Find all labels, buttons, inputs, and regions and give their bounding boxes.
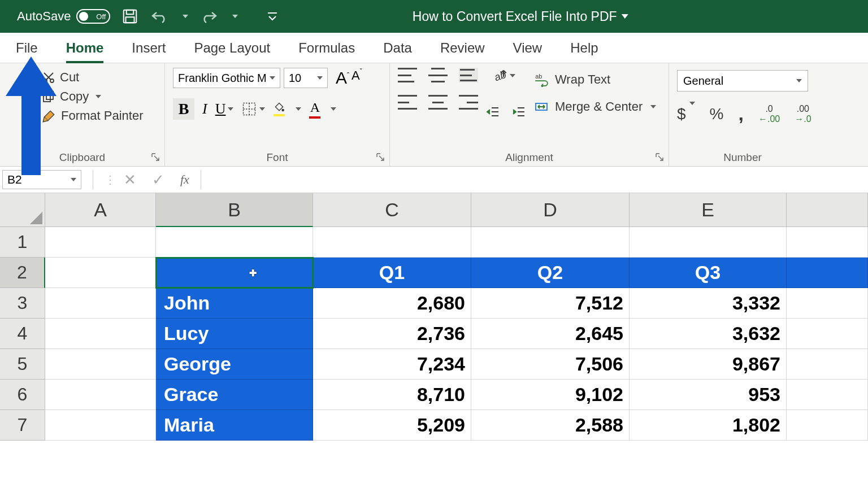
percent-format-button[interactable]: %	[710, 105, 724, 123]
copy-button[interactable]: Copy	[42, 89, 157, 104]
align-left-button[interactable]	[398, 95, 417, 110]
tab-view[interactable]: View	[513, 33, 542, 63]
cell[interactable]: 3,632	[630, 319, 787, 349]
increase-font-button[interactable]: Aˆ	[336, 68, 349, 88]
col-header-b[interactable]: B	[156, 193, 313, 227]
tab-page-layout[interactable]: Page Layout	[194, 33, 270, 63]
col-header-f[interactable]	[787, 193, 868, 227]
clipboard-dialog-launcher[interactable]	[151, 152, 161, 163]
align-center-button[interactable]	[428, 95, 448, 110]
col-header-d[interactable]: D	[471, 193, 630, 227]
cell[interactable]	[787, 319, 868, 349]
accounting-format-button[interactable]: $	[677, 105, 695, 123]
tab-formulas[interactable]: Formulas	[298, 33, 355, 63]
align-bottom-button[interactable]	[459, 68, 478, 82]
select-all-corner[interactable]	[0, 193, 45, 227]
cell[interactable]: 3,332	[630, 288, 787, 319]
cell[interactable]	[787, 227, 868, 258]
alignment-dialog-launcher[interactable]	[655, 152, 665, 163]
font-dialog-launcher[interactable]	[376, 152, 386, 163]
cell[interactable]: Maria	[156, 410, 313, 441]
undo-button[interactable]	[150, 9, 169, 24]
cell[interactable]: Q3	[630, 258, 787, 288]
cell[interactable]	[45, 410, 156, 441]
cut-button[interactable]: Cut	[42, 70, 157, 85]
tab-insert[interactable]: Insert	[132, 33, 166, 63]
cell[interactable]: 953	[630, 380, 787, 410]
align-right-button[interactable]	[459, 95, 478, 110]
insert-function-button[interactable]: fx	[180, 172, 189, 187]
col-header-c[interactable]: C	[313, 193, 471, 227]
format-painter-button[interactable]: Format Painter	[42, 108, 157, 123]
cell[interactable]: 1,802	[630, 410, 787, 441]
cell[interactable]	[45, 319, 156, 349]
cell[interactable]	[471, 227, 630, 258]
cell[interactable]	[787, 349, 868, 380]
merge-center-button[interactable]: Merge & Center	[533, 99, 661, 114]
cell[interactable]: Q2	[471, 258, 630, 288]
borders-button[interactable]	[241, 101, 265, 117]
cell[interactable]	[45, 227, 156, 258]
cancel-formula-button[interactable]: ✕	[124, 171, 136, 189]
fill-color-button[interactable]	[273, 102, 285, 116]
increase-indent-button[interactable]	[511, 105, 527, 121]
cell[interactable]	[630, 227, 787, 258]
decrease-font-button[interactable]: Aˇ	[351, 68, 362, 88]
align-top-button[interactable]	[398, 68, 417, 82]
cell[interactable]: 2,588	[471, 410, 630, 441]
customize-qat-icon[interactable]	[266, 10, 279, 23]
redo-dropdown-icon[interactable]	[232, 15, 238, 18]
font-color-button[interactable]: A	[309, 100, 320, 119]
decrease-indent-button[interactable]	[485, 105, 501, 121]
italic-button[interactable]: I	[202, 101, 207, 117]
cell[interactable]	[45, 349, 156, 380]
bold-button[interactable]: B	[173, 98, 194, 120]
cell[interactable]	[156, 227, 313, 258]
tab-review[interactable]: Review	[440, 33, 485, 63]
formula-input[interactable]	[201, 170, 868, 189]
cell-selected[interactable]: ✚	[156, 258, 313, 288]
save-icon[interactable]	[121, 8, 138, 25]
cell[interactable]: 9,867	[630, 349, 787, 380]
underline-button[interactable]: U	[215, 101, 234, 117]
cell[interactable]: Q1	[313, 258, 471, 288]
orientation-button[interactable]: ab	[492, 68, 515, 84]
cell[interactable]	[787, 258, 868, 288]
number-format-select[interactable]: General	[677, 70, 808, 91]
autosave-toggle[interactable]: Off	[76, 9, 110, 24]
undo-dropdown-icon[interactable]	[183, 15, 188, 18]
cell[interactable]: John	[156, 288, 313, 319]
cell[interactable]: Grace	[156, 380, 313, 410]
row-header-2[interactable]: 2	[0, 258, 45, 288]
col-header-e[interactable]: E	[630, 193, 787, 227]
cell[interactable]	[787, 288, 868, 319]
worksheet-grid[interactable]: A B C D E 1 2 ✚ Q1 Q2 Q3 3 John 2,680 7,…	[0, 193, 868, 488]
cell[interactable]: 9,102	[471, 380, 630, 410]
cell[interactable]	[787, 380, 868, 410]
accept-formula-button[interactable]: ✓	[152, 171, 164, 189]
cell[interactable]	[45, 288, 156, 319]
copy-dropdown-icon[interactable]	[96, 95, 101, 98]
cell[interactable]: 2,736	[313, 319, 471, 349]
tab-home[interactable]: Home	[66, 33, 104, 63]
cell[interactable]: 8,710	[313, 380, 471, 410]
row-header-1[interactable]: 1	[0, 227, 45, 258]
tab-help[interactable]: Help	[570, 33, 598, 63]
cell[interactable]: 2,645	[471, 319, 630, 349]
increase-decimal-button[interactable]: .0←.00	[758, 104, 780, 124]
font-color-dropdown-icon[interactable]	[331, 107, 336, 111]
cell[interactable]	[45, 258, 156, 288]
cell[interactable]: 5,209	[313, 410, 471, 441]
cell[interactable]: Lucy	[156, 319, 313, 349]
redo-button[interactable]	[199, 9, 219, 24]
row-header-3[interactable]: 3	[0, 288, 45, 319]
cell[interactable]	[787, 410, 868, 441]
cell[interactable]: 7,506	[471, 349, 630, 380]
cell[interactable]: 7,234	[313, 349, 471, 380]
document-title[interactable]: How to Convert Excel File Into PDF	[413, 9, 628, 24]
cell[interactable]: 7,512	[471, 288, 630, 319]
align-middle-button[interactable]	[428, 68, 448, 82]
col-header-a[interactable]: A	[45, 193, 156, 227]
row-header-6[interactable]: 6	[0, 380, 45, 410]
autosave-control[interactable]: AutoSave Off	[17, 9, 110, 24]
